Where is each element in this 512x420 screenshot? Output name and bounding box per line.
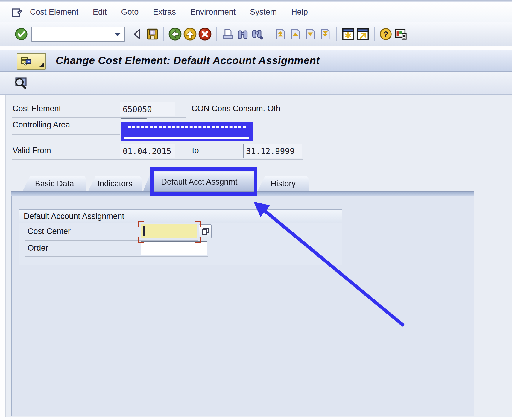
row-underline [12, 159, 303, 160]
binoculars-icon [236, 28, 249, 41]
left-margin [0, 95, 6, 420]
binoculars-plus-icon [251, 28, 264, 41]
menu-cost-element[interactable]: Cost Element [30, 7, 78, 17]
tab-indicators[interactable]: Indicators [88, 176, 142, 191]
bottom-margin [0, 417, 512, 420]
enter-button[interactable] [14, 26, 29, 42]
groupbox-title: Default Account Assignment [24, 212, 124, 221]
last-page-icon [319, 28, 332, 41]
shortcut-icon [356, 27, 370, 41]
create-shortcut-button[interactable] [355, 26, 370, 42]
focus-corner [195, 221, 201, 227]
system-menu-icon[interactable] [11, 6, 23, 18]
menu-extras[interactable]: Extras [153, 7, 176, 17]
controlling-area-label: Controlling Area [13, 120, 70, 130]
window-top-strip [0, 0, 512, 2]
first-page-icon [274, 28, 287, 41]
sap-gui-window: Cost Element Edit Goto Extras Environmen… [0, 0, 512, 420]
cancel-button[interactable] [197, 26, 212, 42]
row-underline [25, 256, 208, 257]
back-page-button[interactable] [168, 26, 183, 42]
redaction-dash-line [128, 126, 246, 128]
new-session-button[interactable] [341, 26, 355, 42]
menu-environment[interactable]: Environment [190, 7, 236, 17]
next-page-button[interactable] [303, 26, 318, 42]
svg-text:?: ? [383, 30, 388, 39]
first-page-button[interactable] [273, 26, 288, 42]
help-button[interactable]: ? [378, 26, 393, 42]
cost-center-input[interactable] [141, 224, 197, 238]
toolbar-gap [0, 46, 512, 50]
cost-element-description: CON Cons Consum. Oth [192, 104, 280, 113]
command-input[interactable] [33, 28, 112, 39]
services-for-object-button[interactable] [17, 53, 46, 70]
focus-corner [195, 237, 201, 243]
print-button[interactable] [220, 26, 235, 42]
customize-layout-icon [394, 27, 408, 41]
green-back-arrow-icon [168, 27, 182, 41]
command-field[interactable] [31, 27, 125, 42]
valid-from-input[interactable] [120, 144, 175, 158]
back-triangle-icon [131, 28, 143, 40]
order-input[interactable] [141, 241, 207, 255]
toolbar-separator [269, 27, 269, 41]
valid-to-label: to [192, 146, 199, 155]
next-page-icon [304, 28, 317, 41]
focus-corner [138, 237, 144, 243]
toolbar-separator [374, 27, 375, 41]
menu-goto[interactable]: Goto [121, 7, 139, 17]
display-magnifier-icon [13, 76, 28, 90]
exit-button[interactable] [183, 26, 197, 42]
redaction-solid-line [124, 137, 249, 139]
menu-items: Cost Element Edit Goto Extras Environmen… [30, 7, 308, 17]
services-for-object-icon [20, 55, 32, 67]
tab-basic-data[interactable]: Basic Data [22, 176, 86, 191]
find-button[interactable] [235, 26, 250, 42]
application-toolbar [0, 72, 512, 95]
title-bar: Change Cost Element: Default Account Ass… [0, 50, 512, 72]
valid-from-label: Valid From [13, 146, 51, 155]
cost-element-input[interactable] [120, 102, 175, 116]
row-underline [12, 117, 186, 118]
annotation-highlight-rectangle [150, 167, 257, 196]
cost-center-label: Cost Center [28, 227, 71, 236]
groupbox-header: Default Account Assignment [19, 210, 342, 223]
order-label: Order [28, 244, 48, 253]
previous-page-icon [289, 28, 302, 41]
back-button[interactable] [130, 26, 145, 42]
menu-edit[interactable]: Edit [93, 7, 107, 17]
print-icon [221, 28, 234, 41]
customize-layout-button[interactable] [393, 26, 408, 42]
services-for-object-main[interactable] [17, 54, 35, 69]
services-for-object-dropdown[interactable] [35, 54, 45, 69]
menu-bar: Cost Element Edit Goto Extras Environmen… [0, 2, 512, 22]
text-cursor [143, 226, 145, 236]
cost-element-label: Cost Element [13, 104, 61, 113]
value-help-squares-icon [201, 227, 210, 236]
menu-system[interactable]: System [250, 7, 277, 17]
toolbar-separator [336, 27, 337, 41]
yellow-up-arrow-icon [183, 27, 197, 41]
row-underline [12, 134, 120, 135]
find-next-button[interactable] [250, 26, 265, 42]
toolbar-separator [163, 27, 164, 41]
standard-toolbar: ? [0, 22, 512, 47]
red-x-icon [198, 27, 212, 41]
menu-help[interactable]: Help [291, 7, 308, 17]
save-floppy-icon [146, 28, 159, 41]
focus-corner [138, 221, 144, 227]
tab-history[interactable]: History [257, 176, 309, 191]
row-underline [25, 240, 198, 241]
save-button[interactable] [145, 26, 160, 42]
page-title: Change Cost Element: Default Account Ass… [56, 54, 320, 66]
display-view-button[interactable] [13, 75, 28, 91]
new-session-icon [341, 27, 355, 41]
previous-page-button[interactable] [288, 26, 303, 42]
help-icon: ? [379, 27, 393, 41]
last-page-button[interactable] [318, 26, 333, 42]
valid-to-input[interactable] [243, 144, 302, 158]
redaction-overlay [121, 122, 253, 141]
command-dropdown-icon[interactable] [114, 33, 121, 36]
enter-check-icon [14, 27, 28, 41]
toolbar-separator [216, 27, 217, 41]
